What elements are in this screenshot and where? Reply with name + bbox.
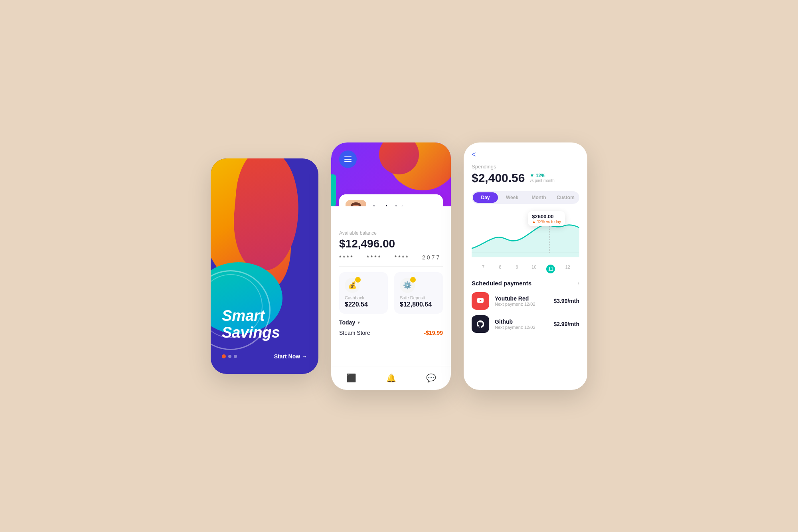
x-label-9: 9 (509, 265, 525, 273)
youtube-info: Youtube Red Next payment: 12/02 (495, 295, 548, 307)
badge-percent: ▼ 12% (529, 173, 545, 178)
scheduled-header: Scheduled payments › (472, 280, 579, 287)
x-label-10: 10 (525, 265, 542, 273)
youtube-amount: $3.99/mth (553, 298, 579, 304)
nav-chat-icon[interactable]: 💬 (426, 373, 436, 383)
stats-row: 💰 Cashback $220.54 ⚙️ Safe Deposit (339, 272, 443, 314)
blob-orange (229, 158, 304, 273)
back-button[interactable]: < (472, 150, 579, 159)
menu-line-3 (344, 161, 352, 162)
dot-1 (222, 354, 226, 358)
github-info: Github Next payment: 12/02 (495, 318, 548, 330)
transaction-name: Steam Store (339, 330, 370, 336)
card-number: **** **** **** 2077 (339, 254, 443, 261)
spendings-label: Spendings (472, 164, 579, 170)
teal-accent-bar (331, 174, 336, 206)
transaction-amount: -$19.99 (424, 330, 443, 336)
title-line1: Smart (222, 307, 265, 324)
menu-line-2 (344, 159, 352, 160)
card-dots-text: **** **** **** 2077 (339, 254, 441, 261)
avatar (346, 200, 366, 206)
scheduled-title: Scheduled payments (472, 280, 531, 287)
divider-1 (339, 266, 443, 267)
x-label-8: 8 (492, 265, 508, 273)
x-label-7: 7 (475, 265, 492, 273)
today-row: Today ▾ (339, 319, 443, 326)
phone-dashboard: Josuke Jotaro @jojojotaro VISA Available… (331, 142, 451, 390)
safe-deposit-card: ⚙️ Safe Deposit $12,800.64 (394, 272, 443, 314)
cashback-card: 💰 Cashback $220.54 (339, 272, 388, 314)
phone-1-footer: Start Now → (222, 353, 307, 360)
nav-card-icon[interactable]: ⬛ (346, 373, 356, 383)
spending-chart: $2600.00 ▲ 12% vs today (472, 210, 579, 261)
dots (222, 354, 237, 358)
x-label-12: 12 (559, 265, 576, 273)
cashback-value: $220.54 (345, 301, 382, 308)
tab-week[interactable]: Week (500, 192, 525, 203)
dot-2 (228, 355, 231, 358)
chart-x-axis: 7 8 9 10 11 12 (472, 265, 579, 273)
tooltip-change-text: ▲ 12% vs today (532, 220, 561, 224)
github-next: Next payment: 12/02 (495, 325, 548, 330)
today-label: Today (339, 319, 355, 326)
safe-deposit-value: $12,800.64 (400, 301, 437, 308)
spendings-row: $2,400.56 ▼ 12% vs past month (472, 171, 579, 185)
cashback-icon: 💰 (348, 281, 357, 290)
spendings-amount: $2,400.56 (472, 171, 525, 185)
youtube-next: Next payment: 12/02 (495, 302, 548, 307)
spendings-badge: ▼ 12% vs past month (529, 173, 554, 183)
phone-onboarding: Smart Savings Start Now → (211, 158, 318, 374)
payment-item-github: Github Next payment: 12/02 $2.99/mth (472, 315, 579, 333)
github-amount: $2.99/mth (553, 321, 579, 327)
profile-info: Josuke Jotaro @jojojotaro (372, 204, 414, 206)
tab-month[interactable]: Month (526, 192, 551, 203)
badge-vs: vs past month (529, 178, 554, 183)
profile-name: Josuke Jotaro (372, 204, 414, 206)
phones-container: Smart Savings Start Now → (211, 142, 587, 390)
dot-3 (234, 355, 237, 358)
safe-deposit-label: Safe Deposit (400, 295, 437, 300)
phone-spendings: < Spendings $2,400.56 ▼ 12% vs past mont… (464, 142, 587, 390)
visa-logo: VISA (419, 206, 437, 206)
scheduled-arrow-icon[interactable]: › (577, 280, 579, 286)
nav-bell-icon[interactable]: 🔔 (386, 373, 396, 383)
dashboard-header: Josuke Jotaro @jojojotaro VISA (331, 142, 451, 206)
balance-amount: $12,496.00 (339, 237, 443, 250)
spendings-content: < Spendings $2,400.56 ▼ 12% vs past mont… (464, 142, 587, 390)
smart-savings-title: Smart Savings (222, 308, 307, 341)
chevron-down-icon[interactable]: ▾ (358, 320, 360, 325)
start-now-button[interactable]: Start Now → (274, 353, 307, 360)
menu-button[interactable] (339, 150, 357, 168)
chart-tooltip: $2600.00 ▲ 12% vs today (528, 211, 565, 226)
tooltip-change: ▲ 12% vs today (532, 220, 561, 224)
balance-label: Available balance (339, 230, 443, 236)
profile-card: Josuke Jotaro @jojojotaro VISA (339, 194, 443, 206)
time-tabs: Day Week Month Custom (472, 191, 579, 204)
github-logo (472, 315, 489, 333)
menu-line-1 (344, 156, 352, 157)
tab-custom[interactable]: Custom (553, 192, 578, 203)
cashback-label: Cashback (345, 295, 382, 300)
tooltip-amount: $2600.00 (532, 214, 561, 220)
x-label-11: 11 (542, 265, 559, 273)
bottom-nav: ⬛ 🔔 💬 (331, 366, 451, 390)
github-name: Github (495, 318, 548, 325)
dashboard-body: Available balance $12,496.00 **** **** *… (331, 230, 451, 336)
youtube-logo (472, 292, 489, 310)
youtube-name: Youtube Red (495, 295, 548, 302)
phone-1-content: Smart Savings Start Now → (211, 308, 318, 374)
transaction-row: Steam Store -$19.99 (339, 330, 443, 336)
safe-deposit-icon: ⚙️ (403, 281, 412, 290)
title-line2: Savings (222, 324, 280, 341)
payment-item-youtube: Youtube Red Next payment: 12/02 $3.99/mt… (472, 292, 579, 310)
tab-day[interactable]: Day (473, 192, 498, 203)
